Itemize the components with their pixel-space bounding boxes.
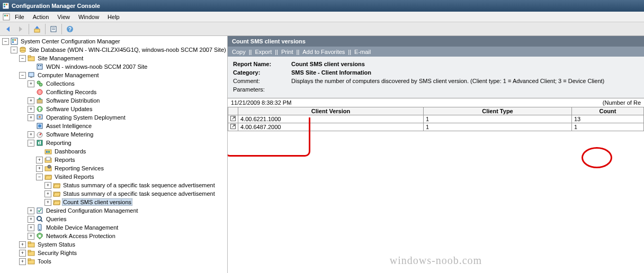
expand-toggle[interactable]: + (19, 241, 26, 248)
tree-node[interactable]: +Desired Configuration Management (0, 206, 227, 215)
back-button[interactable] (2, 23, 14, 35)
expand-toggle[interactable]: + (28, 224, 34, 231)
tree-node[interactable]: +Reports (0, 156, 227, 164)
tree-node[interactable]: WDN - windows-noob SCCM 2007 Site (0, 62, 227, 71)
tree-node[interactable]: +Software Distribution (0, 96, 227, 105)
expand-toggle[interactable]: − (36, 174, 43, 180)
expand-toggle[interactable]: − (28, 140, 34, 147)
expand-toggle[interactable]: + (36, 165, 43, 172)
action-email[interactable]: E-mail (354, 49, 371, 55)
tree-node[interactable]: −Visited Reports (0, 172, 227, 181)
tree-node-label: Mobile Device Management (45, 224, 119, 231)
col-count[interactable]: Count (572, 107, 644, 115)
tree-node[interactable]: +System Status (0, 240, 227, 249)
svg-rect-9 (34, 29, 40, 32)
action-favorites[interactable]: Add to Favorites (302, 49, 345, 55)
expand-toggle[interactable]: + (28, 216, 34, 223)
drill-icon[interactable] (228, 115, 238, 123)
tree-node-label: Software Updates (45, 106, 93, 112)
tree-node[interactable]: +Status summary of a specific task seque… (0, 189, 227, 198)
up-button[interactable] (31, 23, 43, 35)
tree-node[interactable]: Dashboards (0, 147, 227, 156)
expand-toggle[interactable]: + (28, 233, 34, 240)
svg-rect-34 (37, 99, 42, 103)
tree-node[interactable]: !Conflicting Records (0, 88, 227, 96)
tree-node-label: Site Management (37, 55, 84, 61)
system-menu-icon[interactable] (2, 13, 11, 21)
svg-rect-17 (12, 39, 14, 41)
expand-toggle[interactable]: − (2, 38, 9, 45)
tree-node[interactable]: +Operating System Deployment (0, 113, 227, 122)
expand-toggle[interactable]: + (28, 114, 34, 121)
tree-node[interactable]: −Site Management (0, 54, 227, 62)
svg-point-22 (20, 50, 25, 52)
expand-toggle[interactable]: + (44, 199, 51, 206)
menu-view[interactable]: View (53, 13, 74, 21)
action-export[interactable]: Export (255, 49, 272, 55)
expand-toggle[interactable]: + (28, 207, 34, 214)
folder-o-icon (52, 198, 61, 206)
annotation-right (582, 147, 612, 168)
menu-help[interactable]: Help (103, 13, 124, 21)
tree-node[interactable]: +Tools (0, 257, 227, 266)
tree-node[interactable]: +Reporting Services (0, 164, 227, 172)
expand-toggle[interactable]: + (44, 182, 51, 189)
label-report-name: Report Name: (233, 60, 291, 68)
tree-node[interactable]: +Mobile Device Management (0, 223, 227, 232)
expand-toggle[interactable]: + (28, 97, 34, 104)
tree-node[interactable]: +Queries (0, 215, 227, 223)
tree-node-label: Status summary of a specific task sequen… (62, 190, 216, 197)
drill-icon[interactable] (228, 123, 238, 131)
tree-node[interactable]: +Security Rights (0, 249, 227, 257)
svg-marker-7 (6, 26, 10, 32)
tree-node[interactable]: −Site Database (WDN - WIN-CILZXI45G1Q, w… (0, 46, 227, 54)
action-print[interactable]: Print (281, 49, 293, 55)
expand-toggle[interactable]: + (28, 106, 34, 113)
col-client-version[interactable]: Client Version (238, 107, 424, 115)
properties-button[interactable] (48, 23, 59, 35)
watermark: windows-noob.com (390, 254, 482, 267)
expand-toggle[interactable]: − (19, 55, 26, 62)
tree-node[interactable]: +Status summary of a specific task seque… (0, 181, 227, 189)
tree-node[interactable]: +Software Updates (0, 105, 227, 113)
label-parameters: Parameters: (233, 85, 291, 94)
svg-marker-55 (45, 176, 52, 179)
expand-toggle[interactable]: + (36, 157, 43, 163)
menu-window[interactable]: Window (74, 13, 103, 21)
label-comment: Comment: (233, 77, 291, 85)
tree-node[interactable]: −Reporting (0, 139, 227, 147)
label-category: Category: (233, 68, 291, 77)
forward-button[interactable] (15, 23, 26, 35)
help-button[interactable]: ? (64, 23, 76, 35)
expand-toggle[interactable]: − (19, 72, 26, 79)
tree-node[interactable]: +Network Access Protection (0, 232, 227, 240)
svg-marker-59 (53, 193, 60, 196)
menu-file[interactable]: File (11, 13, 29, 21)
expand-toggle[interactable]: + (28, 80, 34, 87)
action-copy[interactable]: Copy (232, 49, 246, 55)
tree-node[interactable]: +Collections (0, 79, 227, 88)
tree-node[interactable]: +Count SMS client versions (0, 198, 227, 206)
expand-toggle[interactable]: + (19, 250, 26, 257)
tree-node-label: Status summary of a specific task sequen… (62, 182, 216, 188)
tree-node-label: Dashboards (53, 148, 87, 154)
expand-toggle[interactable]: + (28, 131, 34, 138)
tree-node[interactable]: −System Center Configuration Manager (0, 37, 227, 46)
navigation-tree[interactable]: −System Center Configuration Manager−Sit… (0, 36, 228, 273)
expand-toggle[interactable]: + (19, 258, 26, 265)
dcm-icon (35, 206, 44, 215)
table-row[interactable]: 4.00.6487.200011 (228, 123, 644, 131)
svg-rect-51 (46, 157, 50, 160)
svg-rect-72 (28, 250, 31, 252)
menu-action[interactable]: Action (29, 13, 53, 21)
col-client-type[interactable]: Client Type (424, 107, 572, 115)
svg-marker-35 (38, 97, 42, 99)
tree-node[interactable]: −Computer Management (0, 71, 227, 79)
table-row[interactable]: 4.00.6221.1000113 (228, 115, 644, 123)
svg-rect-16 (11, 38, 17, 44)
expand-toggle[interactable]: + (44, 190, 51, 197)
tree-node[interactable]: Asset Intelligence (0, 122, 227, 130)
tree-node[interactable]: +Software Metering (0, 130, 227, 139)
swu-icon (35, 105, 44, 113)
expand-toggle[interactable]: − (11, 47, 17, 53)
